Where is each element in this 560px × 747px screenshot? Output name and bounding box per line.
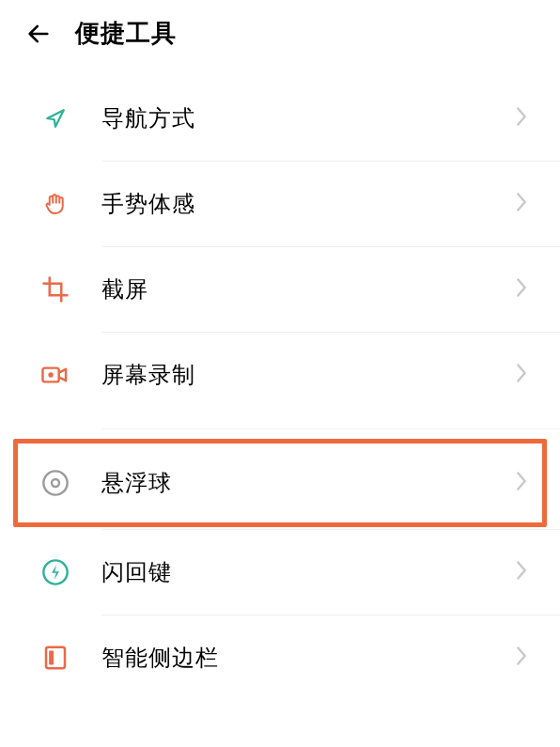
svg-point-1	[48, 372, 53, 377]
chevron-right-icon	[515, 646, 528, 670]
item-label: 手势体感	[101, 189, 515, 219]
item-screen-record[interactable]: 屏幕录制	[0, 333, 560, 417]
item-gesture[interactable]: 手势体感	[0, 162, 560, 246]
camera-icon	[39, 359, 71, 391]
item-screenshot[interactable]: 截屏	[0, 247, 560, 332]
section-divider	[101, 428, 560, 429]
item-label: 屏幕录制	[101, 360, 515, 390]
svg-point-3	[52, 479, 59, 487]
chevron-right-icon	[515, 363, 528, 387]
arrow-left-icon	[25, 21, 52, 47]
svg-rect-6	[49, 651, 54, 665]
item-navigation[interactable]: 导航方式	[0, 76, 560, 161]
chevron-right-icon	[515, 560, 528, 584]
page-title: 便捷工具	[75, 17, 177, 50]
item-label: 闪回键	[101, 557, 515, 587]
svg-point-2	[43, 471, 67, 494]
header: 便捷工具	[0, 0, 560, 76]
item-float-ball[interactable]: 悬浮球	[0, 441, 560, 525]
crop-icon	[39, 273, 71, 305]
nav-arrow-icon	[39, 102, 71, 134]
item-flashback[interactable]: 闪回键	[0, 530, 560, 615]
circle-dot-icon	[39, 467, 71, 499]
sidebar-icon	[39, 642, 71, 674]
chevron-right-icon	[515, 192, 528, 216]
flash-icon	[39, 556, 71, 588]
item-label: 导航方式	[101, 103, 515, 133]
chevron-right-icon	[515, 277, 528, 302]
hand-icon	[39, 188, 71, 220]
item-label: 悬浮球	[101, 468, 515, 498]
item-label: 截屏	[101, 274, 515, 304]
chevron-right-icon	[515, 106, 528, 131]
settings-list: 导航方式 手势体感 截屏	[0, 76, 560, 700]
item-smart-sidebar[interactable]: 智能侧边栏	[0, 615, 560, 700]
svg-rect-5	[46, 647, 65, 669]
back-button[interactable]	[23, 18, 54, 50]
chevron-right-icon	[515, 471, 528, 495]
item-label: 智能侧边栏	[101, 643, 515, 673]
